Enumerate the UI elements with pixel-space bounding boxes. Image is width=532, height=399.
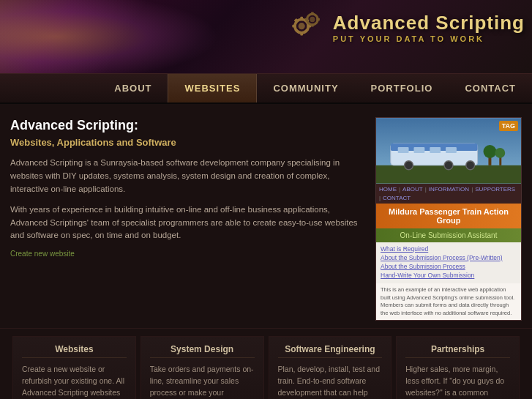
featured-nav-info[interactable]: INFORMATION: [429, 186, 469, 193]
svg-rect-22: [413, 147, 424, 153]
svg-point-29: [484, 145, 497, 158]
svg-rect-15: [316, 18, 320, 21]
svg-rect-23: [430, 147, 441, 153]
svg-rect-12: [311, 12, 314, 15]
card-websites-title: Websites: [22, 344, 127, 358]
card-software-body: Plan, develop, install, test and train. …: [278, 364, 383, 399]
featured-link-4[interactable]: Hand-Write Your Own Submission: [381, 272, 517, 279]
featured-subtitle-bar: On-Line Submission Assistant: [376, 228, 521, 242]
svg-rect-4: [292, 25, 296, 28]
card-partnerships-body: Higher sales, more margin, less effort. …: [405, 364, 510, 399]
featured-nav-supporters[interactable]: SUPPORTERS: [475, 186, 515, 193]
main-content: Advanced Scripting: Websites, Applicatio…: [0, 104, 532, 328]
featured-links: What is Required About the Submission Pr…: [376, 242, 521, 283]
featured-nav-home[interactable]: HOME: [379, 186, 397, 193]
svg-point-31: [495, 148, 505, 158]
card-system-design-title: System Design: [150, 344, 255, 358]
card-websites: Websites Create a new website or refurbi…: [12, 336, 136, 399]
page-title: Advanced Scripting:: [10, 117, 361, 134]
nav-about[interactable]: ABOUT: [98, 74, 168, 102]
svg-point-25: [405, 161, 413, 170]
tag-badge: TAG: [499, 121, 518, 131]
featured-nav-about[interactable]: ABOUT: [402, 186, 423, 193]
featured-body-text: This is an example of an interactive web…: [381, 286, 517, 317]
featured-link-3[interactable]: About the Submission Process: [381, 263, 517, 270]
featured-text: This is an example of an interactive web…: [376, 283, 521, 320]
svg-rect-13: [311, 23, 314, 27]
site-subtitle: PUT YOUR DATA TO WORK: [333, 34, 525, 43]
svg-rect-2: [300, 17, 303, 21]
featured-link-1[interactable]: What is Required: [381, 245, 517, 253]
card-partnerships: Partnerships Higher sales, more margin, …: [396, 336, 520, 399]
site-title: Advanced Scripting: [333, 12, 525, 34]
header-glow: [0, 0, 220, 73]
svg-point-1: [298, 23, 304, 29]
main-left: Advanced Scripting: Websites, Applicatio…: [10, 117, 375, 321]
nav-portfolio[interactable]: PORTFOLIO: [355, 74, 449, 102]
main-nav: ABOUT WEBSITES COMMUNITY PORTFOLIO CONTA…: [0, 73, 532, 104]
paragraph-2: With years of experience in building int…: [10, 204, 361, 242]
svg-point-26: [444, 161, 453, 170]
svg-rect-24: [446, 147, 457, 153]
card-system-design-body: Take orders and payments on-line, stream…: [150, 364, 255, 399]
logo-text: Advanced Scripting PUT YOUR DATA TO WORK: [333, 12, 525, 43]
svg-rect-21: [398, 147, 409, 153]
site-header: Advanced Scripting PUT YOUR DATA TO WORK: [0, 0, 532, 73]
card-software-title: Software Engineering: [278, 344, 383, 358]
svg-rect-3: [300, 31, 303, 36]
svg-rect-14: [305, 18, 309, 21]
featured-box: TAG HOME | ABOUT | INFORMATION | SUPPORT…: [375, 117, 522, 321]
card-partnerships-title: Partnerships: [405, 344, 510, 358]
cards-section: Websites Create a new website or refurbi…: [0, 328, 532, 399]
featured-nav-bar: HOME | ABOUT | INFORMATION | SUPPORTERS …: [376, 184, 521, 204]
svg-point-11: [310, 17, 315, 22]
nav-community[interactable]: COMMUNITY: [257, 74, 354, 102]
svg-point-27: [466, 161, 475, 170]
create-website-link[interactable]: Create new website: [10, 250, 361, 258]
featured-image: TAG: [376, 118, 521, 184]
gear-icon: [287, 7, 327, 48]
header-rays: [0, 0, 205, 73]
logo-area: Advanced Scripting PUT YOUR DATA TO WORK: [287, 7, 525, 48]
paragraph-1: Advanced Scripting is a Sunraysia-based …: [10, 157, 361, 195]
card-software: Software Engineering Plan, develop, inst…: [269, 336, 392, 399]
featured-title-bar: Mildura Passenger Train Action Group: [376, 204, 521, 228]
card-system-design: System Design Take orders and payments o…: [141, 336, 264, 399]
featured-link-2[interactable]: About the Submission Process (Pre-Writte…: [381, 254, 517, 261]
nav-websites[interactable]: WEBSITES: [168, 74, 257, 102]
page-subtitle: Websites, Applications and Software: [10, 137, 361, 148]
main-body: Advanced Scripting is a Sunraysia-based …: [10, 157, 361, 242]
card-websites-body: Create a new website or refurbish your e…: [22, 364, 127, 399]
nav-contact[interactable]: CONTACT: [449, 74, 532, 102]
featured-nav-contact[interactable]: CONTACT: [383, 195, 411, 201]
